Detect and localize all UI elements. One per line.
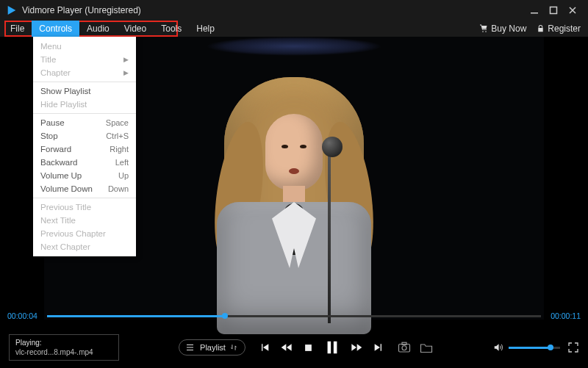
dropdown-separator [33, 198, 136, 198]
dropdown-item: Chapter▶ [33, 66, 136, 79]
dropdown-item-label: Next Chapter [40, 242, 90, 251]
svg-rect-10 [398, 344, 409, 353]
open-folder-button[interactable] [420, 342, 433, 353]
dropdown-separator [33, 82, 136, 82]
dropdown-item-label: Hide Playlist [40, 100, 87, 109]
dropdown-separator [33, 113, 136, 114]
dropdown-item-label: Pause [40, 118, 65, 127]
svg-rect-4 [187, 344, 193, 345]
cart-icon [479, 24, 488, 33]
svg-rect-0 [531, 12, 538, 14]
svg-rect-1 [551, 7, 557, 14]
snapshot-button[interactable] [398, 342, 411, 353]
controls-dropdown: MenuTitle▶Chapter▶Show PlaylistHide Play… [33, 37, 136, 256]
menu-tools[interactable]: Tools [154, 21, 189, 37]
svg-rect-8 [328, 342, 331, 354]
menu-video[interactable]: Video [117, 21, 154, 37]
register-link[interactable]: Register [537, 24, 581, 34]
dropdown-item[interactable]: ForwardRight [33, 142, 136, 156]
dropdown-item[interactable]: Show Playlist [33, 84, 136, 98]
close-button[interactable] [563, 3, 582, 18]
next-track-button[interactable] [373, 342, 384, 353]
dropdown-shortcut: Right [110, 145, 129, 154]
lock-icon [537, 24, 545, 33]
maximize-button[interactable] [544, 3, 563, 18]
dropdown-item[interactable]: BackwardLeft [33, 156, 136, 169]
dropdown-shortcut: Down [108, 184, 129, 193]
dropdown-shortcut: Up [118, 171, 129, 180]
svg-point-11 [402, 346, 406, 350]
dropdown-item[interactable]: Volume UpUp [33, 169, 136, 182]
svg-rect-5 [187, 347, 193, 348]
seek-bar[interactable] [47, 315, 541, 317]
dropdown-item-label: Previous Title [40, 203, 91, 212]
playlist-label: Playlist [200, 343, 226, 352]
dropdown-item: Title▶ [33, 53, 136, 66]
volume-icon[interactable] [492, 342, 504, 353]
register-label: Register [548, 24, 581, 34]
dropdown-item-label: Stop [40, 131, 58, 140]
dropdown-item: Previous Title [33, 201, 136, 214]
chevron-right-icon: ▶ [123, 69, 129, 76]
dropdown-item: Next Title [33, 214, 136, 227]
dropdown-item-label: Forward [40, 145, 71, 154]
window-title: Vidmore Player (Unregistered) [22, 5, 525, 15]
now-playing-box: Playing: vlc-record...8.mp4-.mp4 [9, 334, 119, 361]
dropdown-item-label: Backward [40, 158, 78, 167]
now-playing-label: Playing: [15, 338, 112, 347]
fast-forward-button[interactable] [351, 342, 362, 353]
dropdown-item[interactable]: PauseSpace [33, 116, 136, 129]
buy-now-label: Buy Now [491, 24, 526, 34]
dropdown-item-label: Title [40, 55, 56, 64]
volume-slider[interactable] [509, 347, 560, 349]
playlist-icon [187, 344, 196, 351]
svg-rect-12 [402, 342, 406, 344]
menu-file[interactable]: File [3, 21, 32, 37]
fullscreen-button[interactable] [567, 342, 579, 353]
dropdown-item-label: Previous Chapter [40, 229, 106, 238]
menu-controls[interactable]: Controls [32, 21, 79, 37]
sort-icon [230, 344, 237, 351]
chevron-right-icon: ▶ [123, 56, 129, 63]
dropdown-item: Hide Playlist [33, 98, 136, 111]
svg-point-3 [485, 31, 487, 32]
dropdown-item: Previous Chapter [33, 227, 136, 240]
dropdown-item[interactable]: StopCtrl+S [33, 129, 136, 142]
dropdown-shortcut: Left [115, 158, 129, 167]
app-logo-icon [6, 4, 18, 16]
dropdown-item-label: Show Playlist [40, 87, 90, 95]
dropdown-item: Menu [33, 40, 136, 53]
dropdown-item-label: Volume Down [40, 184, 93, 193]
svg-rect-6 [187, 350, 193, 350]
dropdown-item-label: Menu [40, 42, 62, 51]
video-area[interactable]: MenuTitle▶Chapter▶Show PlaylistHide Play… [0, 37, 588, 320]
dropdown-item-label: Volume Up [40, 171, 82, 180]
current-time: 00:00:04 [7, 311, 41, 320]
now-playing-filename: vlc-record...8.mp4-.mp4 [15, 347, 112, 357]
svg-point-2 [482, 31, 484, 32]
menu-help[interactable]: Help [189, 21, 222, 37]
playlist-button[interactable]: Playlist [179, 339, 245, 356]
dropdown-shortcut: Space [106, 118, 129, 127]
total-time: 00:00:11 [547, 311, 581, 320]
svg-rect-7 [305, 344, 312, 351]
pause-button[interactable] [324, 339, 340, 356]
rewind-button[interactable] [281, 342, 293, 353]
dropdown-item-label: Chapter [40, 68, 71, 77]
dropdown-item: Next Chapter [33, 240, 136, 253]
minimize-button[interactable] [525, 3, 544, 18]
dropdown-item[interactable]: Volume DownDown [33, 182, 136, 195]
buy-now-link[interactable]: Buy Now [479, 24, 526, 34]
svg-rect-9 [334, 342, 337, 354]
dropdown-shortcut: Ctrl+S [106, 131, 129, 140]
stop-button[interactable] [303, 342, 314, 353]
prev-track-button[interactable] [259, 342, 270, 353]
menu-audio[interactable]: Audio [79, 21, 117, 37]
dropdown-item-label: Next Title [40, 216, 76, 225]
